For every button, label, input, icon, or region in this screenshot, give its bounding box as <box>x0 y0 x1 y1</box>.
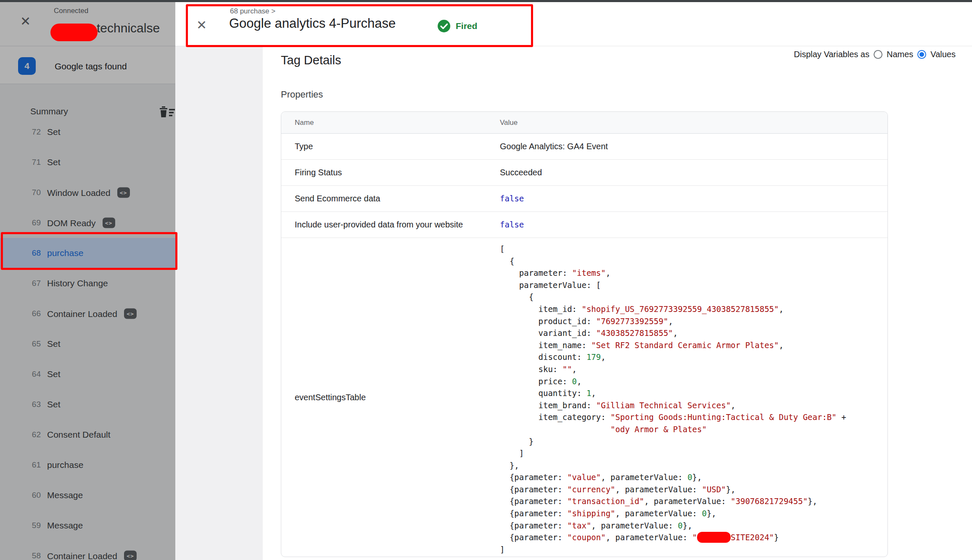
table-header-row: Name Value <box>281 112 887 134</box>
code-line: parameter: "items", <box>500 267 846 279</box>
code-line: ] <box>500 544 846 556</box>
radio-names-icon[interactable] <box>874 50 882 59</box>
tag-detail-header: ✕ 68 purchase > Google analytics 4-Purch… <box>175 2 972 46</box>
code-line: } <box>500 436 846 448</box>
code-line: discount: 179, <box>500 351 846 363</box>
property-name: Send Ecommerce data <box>295 186 380 211</box>
code-line: parameterValue: [ <box>500 279 846 291</box>
event-settings-code: [ { parameter: "items", parameterValue: … <box>500 243 846 555</box>
property-value: false <box>500 186 524 211</box>
code-line: { <box>500 291 846 303</box>
code-line: ] <box>500 447 846 460</box>
properties-heading: Properties <box>281 89 323 100</box>
code-line: item_brand: "Gilliam Technical Services"… <box>500 399 846 412</box>
code-line: {parameter: "transaction_id", parameterV… <box>500 495 846 507</box>
code-line: item_name: "Set RF2 Standard Ceramic Arm… <box>500 339 846 351</box>
column-header-name: Name <box>295 112 314 134</box>
check-circle-icon <box>437 19 451 33</box>
code-line: {parameter: "currency", parameterValue: … <box>500 483 846 496</box>
table-row-event-settings: eventSettingsTable [ { parameter: "items… <box>281 238 887 557</box>
table-row: Firing StatusSucceeded <box>281 160 887 186</box>
code-line: item_category: "Sporting Goods:Hunting:T… <box>500 411 846 423</box>
code-line: }, <box>500 460 846 472</box>
code-line: variant_id: "43038527815855", <box>500 327 846 339</box>
radio-values-icon[interactable] <box>917 50 926 59</box>
code-line: price: 0, <box>500 375 846 388</box>
code-line: [ <box>500 243 846 255</box>
code-line: { <box>500 255 846 267</box>
code-line: {parameter: "coupon", parameterValue: "X… <box>500 531 846 544</box>
fired-label: Fired <box>456 21 477 31</box>
code-line: {parameter: "value", parameterValue: 0}, <box>500 471 846 483</box>
code-line: "ody Armor & Plates" <box>500 423 846 436</box>
radio-values-label[interactable]: Values <box>930 50 956 59</box>
code-line: {parameter: "tax", parameterValue: 0}, <box>500 520 846 532</box>
tag-detail-body: Tag Details Display Variables as Names V… <box>263 46 972 560</box>
section-title: Tag Details <box>281 53 341 67</box>
code-line: quantity: 1, <box>500 387 846 399</box>
table-row: Include user-provided data from your web… <box>281 212 887 238</box>
close-icon[interactable]: ✕ <box>196 18 207 32</box>
property-name: eventSettingsTable <box>295 392 366 402</box>
code-line: product_id: "7692773392559", <box>500 315 846 328</box>
property-name: Include user-provided data from your web… <box>295 212 463 237</box>
property-value: false <box>500 212 524 237</box>
tag-assistant-screen: ✕ Connected technicalse 4 Google tags fo… <box>0 0 972 560</box>
table-row: Send Ecommerce datafalse <box>281 186 887 212</box>
code-line: item_id: "shopify_US_7692773392559_43038… <box>500 303 846 315</box>
redaction-pill-coupon: XXXXXXX <box>697 532 731 543</box>
modal-dim-overlay <box>0 2 175 560</box>
display-variables-label: Display Variables as <box>794 50 869 59</box>
fired-status-badge: Fired <box>437 19 477 33</box>
property-value: Succeeded <box>500 160 542 185</box>
panel-left-gutter <box>175 46 263 560</box>
breadcrumb[interactable]: 68 purchase > <box>230 7 275 16</box>
property-value: Google Analytics: GA4 Event <box>500 134 608 159</box>
properties-table: Name Value TypeGoogle Analytics: GA4 Eve… <box>281 111 888 557</box>
column-header-value: Value <box>500 112 518 134</box>
display-variables-toggle: Display Variables as Names Values <box>794 50 956 59</box>
tag-title: Google analytics 4-Purchase <box>229 16 396 31</box>
code-line: sku: "", <box>500 363 846 375</box>
browser-top-strip <box>0 0 972 2</box>
property-name: Type <box>295 134 313 159</box>
radio-names-label[interactable]: Names <box>887 50 913 59</box>
code-line: {parameter: "shipping", parameterValue: … <box>500 507 846 520</box>
property-name: Firing Status <box>295 160 342 185</box>
table-row: TypeGoogle Analytics: GA4 Event <box>281 134 887 160</box>
